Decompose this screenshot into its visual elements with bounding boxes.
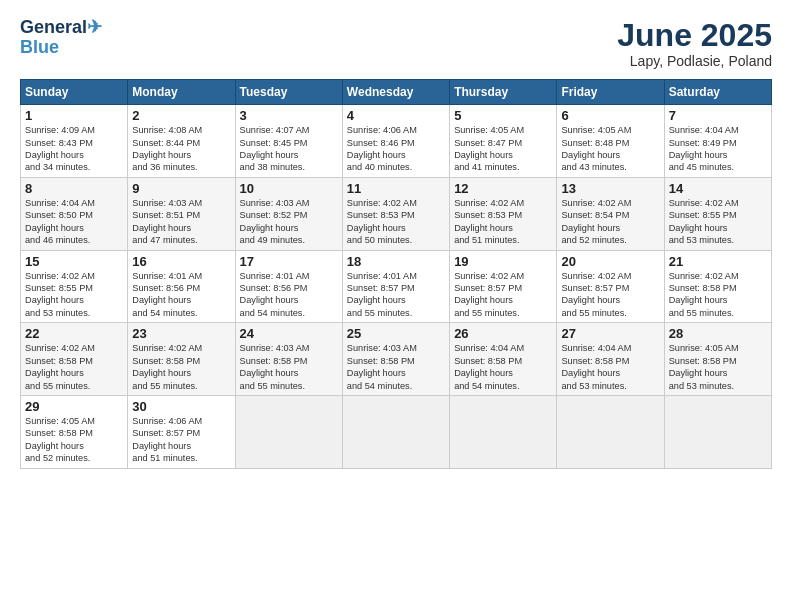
subtitle: Lapy, Podlasie, Poland (617, 53, 772, 69)
day-info: Sunrise: 4:01 AM Sunset: 8:56 PM Dayligh… (240, 270, 338, 320)
day-info: Sunrise: 4:02 AM Sunset: 8:53 PM Dayligh… (454, 197, 552, 247)
day-info: Sunrise: 4:02 AM Sunset: 8:53 PM Dayligh… (347, 197, 445, 247)
day-number: 12 (454, 181, 552, 196)
day-number: 26 (454, 326, 552, 341)
day-number: 16 (132, 254, 230, 269)
day-info: Sunrise: 4:04 AM Sunset: 8:49 PM Dayligh… (669, 124, 767, 174)
day-number: 2 (132, 108, 230, 123)
day-info: Sunrise: 4:09 AM Sunset: 8:43 PM Dayligh… (25, 124, 123, 174)
day-info: Sunrise: 4:02 AM Sunset: 8:55 PM Dayligh… (25, 270, 123, 320)
day-number: 17 (240, 254, 338, 269)
header-monday: Monday (128, 80, 235, 105)
day-number: 15 (25, 254, 123, 269)
header-wednesday: Wednesday (342, 80, 449, 105)
day-number: 6 (561, 108, 659, 123)
day-number: 27 (561, 326, 659, 341)
table-cell: 1 Sunrise: 4:09 AM Sunset: 8:43 PM Dayli… (21, 105, 128, 178)
day-info: Sunrise: 4:03 AM Sunset: 8:58 PM Dayligh… (347, 342, 445, 392)
table-cell: 17 Sunrise: 4:01 AM Sunset: 8:56 PM Dayl… (235, 250, 342, 323)
table-cell: 27 Sunrise: 4:04 AM Sunset: 8:58 PM Dayl… (557, 323, 664, 396)
title-block: June 2025 Lapy, Podlasie, Poland (617, 18, 772, 69)
day-info: Sunrise: 4:04 AM Sunset: 8:58 PM Dayligh… (561, 342, 659, 392)
table-cell: 7 Sunrise: 4:04 AM Sunset: 8:49 PM Dayli… (664, 105, 771, 178)
day-info: Sunrise: 4:05 AM Sunset: 8:58 PM Dayligh… (669, 342, 767, 392)
day-info: Sunrise: 4:02 AM Sunset: 8:58 PM Dayligh… (132, 342, 230, 392)
table-cell: 26 Sunrise: 4:04 AM Sunset: 8:58 PM Dayl… (450, 323, 557, 396)
day-info: Sunrise: 4:01 AM Sunset: 8:56 PM Dayligh… (132, 270, 230, 320)
table-cell (342, 395, 449, 468)
main-title: June 2025 (617, 18, 772, 53)
day-info: Sunrise: 4:06 AM Sunset: 8:46 PM Dayligh… (347, 124, 445, 174)
day-number: 4 (347, 108, 445, 123)
day-info: Sunrise: 4:03 AM Sunset: 8:51 PM Dayligh… (132, 197, 230, 247)
day-info: Sunrise: 4:02 AM Sunset: 8:58 PM Dayligh… (25, 342, 123, 392)
table-cell: 12 Sunrise: 4:02 AM Sunset: 8:53 PM Dayl… (450, 177, 557, 250)
day-number: 7 (669, 108, 767, 123)
logo-line1: General✈ (20, 18, 102, 38)
table-cell: 19 Sunrise: 4:02 AM Sunset: 8:57 PM Dayl… (450, 250, 557, 323)
day-info: Sunrise: 4:08 AM Sunset: 8:44 PM Dayligh… (132, 124, 230, 174)
table-cell: 24 Sunrise: 4:03 AM Sunset: 8:58 PM Dayl… (235, 323, 342, 396)
table-cell: 15 Sunrise: 4:02 AM Sunset: 8:55 PM Dayl… (21, 250, 128, 323)
header-thursday: Thursday (450, 80, 557, 105)
day-number: 9 (132, 181, 230, 196)
day-info: Sunrise: 4:02 AM Sunset: 8:57 PM Dayligh… (561, 270, 659, 320)
day-number: 18 (347, 254, 445, 269)
day-number: 22 (25, 326, 123, 341)
day-number: 5 (454, 108, 552, 123)
day-info: Sunrise: 4:04 AM Sunset: 8:50 PM Dayligh… (25, 197, 123, 247)
day-number: 13 (561, 181, 659, 196)
table-cell: 5 Sunrise: 4:05 AM Sunset: 8:47 PM Dayli… (450, 105, 557, 178)
table-cell: 29 Sunrise: 4:05 AM Sunset: 8:58 PM Dayl… (21, 395, 128, 468)
table-cell: 30 Sunrise: 4:06 AM Sunset: 8:57 PM Dayl… (128, 395, 235, 468)
day-number: 21 (669, 254, 767, 269)
page: General✈ Blue June 2025 Lapy, Podlasie, … (0, 0, 792, 612)
table-cell: 18 Sunrise: 4:01 AM Sunset: 8:57 PM Dayl… (342, 250, 449, 323)
day-number: 10 (240, 181, 338, 196)
table-cell: 20 Sunrise: 4:02 AM Sunset: 8:57 PM Dayl… (557, 250, 664, 323)
table-cell: 23 Sunrise: 4:02 AM Sunset: 8:58 PM Dayl… (128, 323, 235, 396)
table-cell: 14 Sunrise: 4:02 AM Sunset: 8:55 PM Dayl… (664, 177, 771, 250)
logo: General✈ Blue (20, 18, 102, 58)
table-cell: 21 Sunrise: 4:02 AM Sunset: 8:58 PM Dayl… (664, 250, 771, 323)
table-cell (664, 395, 771, 468)
day-info: Sunrise: 4:07 AM Sunset: 8:45 PM Dayligh… (240, 124, 338, 174)
table-cell: 16 Sunrise: 4:01 AM Sunset: 8:56 PM Dayl… (128, 250, 235, 323)
day-number: 8 (25, 181, 123, 196)
day-number: 25 (347, 326, 445, 341)
table-cell (557, 395, 664, 468)
day-info: Sunrise: 4:02 AM Sunset: 8:57 PM Dayligh… (454, 270, 552, 320)
day-info: Sunrise: 4:05 AM Sunset: 8:58 PM Dayligh… (25, 415, 123, 465)
logo-line2: Blue (20, 38, 102, 58)
day-info: Sunrise: 4:01 AM Sunset: 8:57 PM Dayligh… (347, 270, 445, 320)
day-info: Sunrise: 4:05 AM Sunset: 8:48 PM Dayligh… (561, 124, 659, 174)
day-number: 28 (669, 326, 767, 341)
day-info: Sunrise: 4:02 AM Sunset: 8:58 PM Dayligh… (669, 270, 767, 320)
table-cell: 9 Sunrise: 4:03 AM Sunset: 8:51 PM Dayli… (128, 177, 235, 250)
day-number: 24 (240, 326, 338, 341)
header-sunday: Sunday (21, 80, 128, 105)
table-cell (235, 395, 342, 468)
day-number: 29 (25, 399, 123, 414)
day-number: 3 (240, 108, 338, 123)
day-number: 23 (132, 326, 230, 341)
day-number: 11 (347, 181, 445, 196)
table-cell (450, 395, 557, 468)
table-cell: 8 Sunrise: 4:04 AM Sunset: 8:50 PM Dayli… (21, 177, 128, 250)
table-cell: 22 Sunrise: 4:02 AM Sunset: 8:58 PM Dayl… (21, 323, 128, 396)
table-cell: 28 Sunrise: 4:05 AM Sunset: 8:58 PM Dayl… (664, 323, 771, 396)
table-cell: 13 Sunrise: 4:02 AM Sunset: 8:54 PM Dayl… (557, 177, 664, 250)
day-info: Sunrise: 4:04 AM Sunset: 8:58 PM Dayligh… (454, 342, 552, 392)
calendar-row: 8 Sunrise: 4:04 AM Sunset: 8:50 PM Dayli… (21, 177, 772, 250)
calendar-header-row: Sunday Monday Tuesday Wednesday Thursday… (21, 80, 772, 105)
header: General✈ Blue June 2025 Lapy, Podlasie, … (20, 18, 772, 69)
day-number: 20 (561, 254, 659, 269)
day-info: Sunrise: 4:03 AM Sunset: 8:52 PM Dayligh… (240, 197, 338, 247)
header-saturday: Saturday (664, 80, 771, 105)
day-info: Sunrise: 4:03 AM Sunset: 8:58 PM Dayligh… (240, 342, 338, 392)
day-info: Sunrise: 4:02 AM Sunset: 8:54 PM Dayligh… (561, 197, 659, 247)
day-info: Sunrise: 4:06 AM Sunset: 8:57 PM Dayligh… (132, 415, 230, 465)
day-info: Sunrise: 4:05 AM Sunset: 8:47 PM Dayligh… (454, 124, 552, 174)
day-number: 1 (25, 108, 123, 123)
day-number: 30 (132, 399, 230, 414)
